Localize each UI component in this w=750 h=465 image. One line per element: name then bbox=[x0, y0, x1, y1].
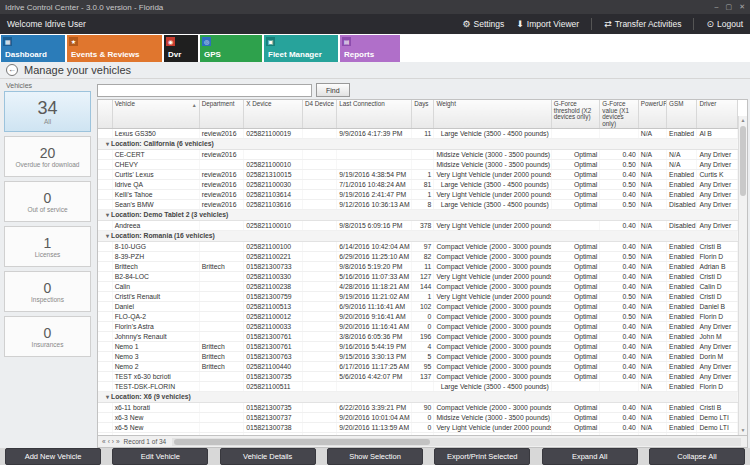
table-row[interactable]: B2-84-LOC0258211003305/16/2016 11:07:33 … bbox=[98, 272, 738, 282]
horizontal-scroll-thumb[interactable] bbox=[174, 439, 430, 445]
cell-department[interactable]: review2016 bbox=[199, 170, 244, 180]
table-row[interactable]: Sean's BMWreview20160258211036169/12/201… bbox=[98, 200, 738, 210]
cell-d4-device[interactable] bbox=[302, 242, 336, 252]
cell-vehicle[interactable]: Brittech bbox=[112, 262, 199, 272]
table-row[interactable]: TEST x6-30 bcrioti0158213007355/6/2016 4… bbox=[98, 372, 738, 382]
stat-card-all[interactable]: 34All bbox=[4, 91, 91, 132]
column-header-last-connection[interactable]: Last Connection bbox=[337, 100, 412, 129]
cell-last-connection[interactable] bbox=[337, 160, 412, 170]
cell-gsm[interactable]: Enabled bbox=[667, 372, 697, 382]
cell-last-connection[interactable]: 9/9/2016 4:17:39 PM bbox=[337, 129, 412, 139]
cell-d4-device[interactable] bbox=[302, 200, 336, 210]
cell-days[interactable]: 102 bbox=[412, 302, 434, 312]
back-button[interactable]: ← bbox=[6, 64, 18, 76]
cell-driver[interactable]: Any Driver bbox=[697, 200, 738, 210]
cell-weight[interactable]: Compact Vehicle (2000 - 3000 pounds) bbox=[434, 433, 551, 437]
edit-vehicle-button[interactable]: Edit Vehicle bbox=[112, 448, 208, 465]
cell-gsm[interactable]: N/A bbox=[667, 160, 697, 170]
row-status-cell[interactable] bbox=[98, 292, 112, 302]
cell-weight[interactable]: Midsize Vehicle (3000 - 3500 pounds) bbox=[434, 160, 551, 170]
cell-g-force-threshold-x2-devices-only[interactable]: Optimal bbox=[551, 160, 600, 170]
cell-x-device[interactable]: 015821300759 bbox=[244, 292, 303, 302]
cell-vehicle[interactable]: B2-84-LOC bbox=[112, 272, 199, 282]
cell-weight[interactable]: Large Vehicle (3500 - 4500 pounds) bbox=[434, 382, 551, 392]
cell-days[interactable]: 4 bbox=[412, 342, 434, 352]
cell-x-device[interactable]: 025821100030 bbox=[244, 180, 303, 190]
cell-g-force-value-x1-devices-only[interactable]: 0.40 bbox=[600, 352, 638, 362]
cell-d4-device[interactable] bbox=[302, 170, 336, 180]
cell-days[interactable]: 1 bbox=[412, 170, 434, 180]
cell-g-force-value-x1-devices-only[interactable]: 0.40 bbox=[600, 262, 638, 272]
cell-g-force-threshold-x2-devices-only[interactable]: Optimal bbox=[551, 372, 600, 382]
cell-department[interactable]: review2016 bbox=[199, 200, 244, 210]
cell-d4-device[interactable] bbox=[302, 221, 336, 231]
table-row[interactable]: Curtis' Lexusreview20160258213100159/19/… bbox=[98, 170, 738, 180]
cell-x-device[interactable]: 025821100019 bbox=[244, 129, 303, 139]
show-selection-button[interactable]: Show Selection bbox=[327, 448, 423, 465]
cell-d4-device[interactable] bbox=[302, 180, 336, 190]
column-header-g-force-threshold-x2-devices-only[interactable]: G-Force threshold (X2 devices only) bbox=[551, 100, 600, 129]
cell-gsm[interactable]: Enabled bbox=[667, 180, 697, 190]
table-row[interactable]: Johnny's Renault0158213007613/8/2016 6:0… bbox=[98, 332, 738, 342]
cell-department[interactable] bbox=[199, 433, 244, 437]
cell-department[interactable]: review2016 bbox=[199, 190, 244, 200]
cell-days[interactable] bbox=[412, 160, 434, 170]
cell-g-force-threshold-x2-devices-only[interactable]: Optimal bbox=[551, 272, 600, 282]
cell-driver[interactable]: Any Driver bbox=[697, 180, 738, 190]
cell-weight[interactable]: Compact Vehicle (2000 - 3000 pounds) bbox=[434, 372, 551, 382]
cell-x-device[interactable]: 025821100330 bbox=[244, 272, 303, 282]
cell-d4-device[interactable] bbox=[302, 292, 336, 302]
cell-weight[interactable]: Compact Vehicle (2000 - 3000 pounds) bbox=[434, 302, 551, 312]
cell-driver[interactable]: Florin D bbox=[697, 382, 738, 392]
cell-x-device[interactable]: 015821300735 bbox=[244, 403, 303, 413]
cell-gsm[interactable]: Enabled bbox=[667, 342, 697, 352]
cell-d4-device[interactable] bbox=[302, 433, 336, 437]
cell-vehicle[interactable]: FLO-QA-2 bbox=[112, 312, 199, 322]
cell-days[interactable]: 137 bbox=[412, 372, 434, 382]
cell-d4-device[interactable] bbox=[302, 403, 336, 413]
cell-vehicle[interactable]: x6-4 New bbox=[112, 433, 199, 437]
cell-powerup[interactable]: N/A bbox=[638, 352, 666, 362]
table-row[interactable]: Florin's Astra0258211000339/20/2016 11:1… bbox=[98, 322, 738, 332]
cell-x-device[interactable]: 025821100033 bbox=[244, 322, 303, 332]
cell-weight[interactable]: Large Vehicle (3500 - 4500 pounds) bbox=[434, 200, 551, 210]
cell-g-force-value-x1-devices-only[interactable]: 0.40 bbox=[600, 433, 638, 437]
table-row[interactable]: x6-3 New0158213007379/20/2016 10:01:04 A… bbox=[98, 413, 738, 423]
cell-department[interactable] bbox=[199, 292, 244, 302]
cell-driver[interactable]: Cristi D bbox=[697, 272, 738, 282]
cell-powerup[interactable]: N/A bbox=[638, 200, 666, 210]
table-row[interactable]: Idrive QAreview20160258211000307/1/2016 … bbox=[98, 180, 738, 190]
cell-vehicle[interactable]: Cristi's Renault bbox=[112, 292, 199, 302]
cell-powerup[interactable]: N/A bbox=[638, 242, 666, 252]
cell-powerup[interactable]: N/A bbox=[638, 180, 666, 190]
cell-gsm[interactable]: Disabled bbox=[667, 200, 697, 210]
cell-department[interactable]: review2016 bbox=[199, 150, 244, 160]
cell-g-force-value-x1-devices-only[interactable]: 0.40 bbox=[600, 413, 638, 423]
export-print-selected-button[interactable]: Export/Print Selected bbox=[434, 448, 530, 465]
cell-gsm[interactable]: Enabled bbox=[667, 352, 697, 362]
cell-last-connection[interactable]: 9/19/2016 4:38:54 PM bbox=[337, 170, 412, 180]
table-row[interactable]: CE-CERTreview2016Midsize Vehicle (3000 -… bbox=[98, 150, 738, 160]
cell-last-connection[interactable]: 3/8/2016 6:05:36 PM bbox=[337, 332, 412, 342]
cell-x-device[interactable]: 025821100238 bbox=[244, 282, 303, 292]
horizontal-scrollbar[interactable] bbox=[172, 438, 741, 446]
stat-card-insurances[interactable]: 0Insurances bbox=[4, 316, 91, 357]
cell-powerup[interactable]: N/A bbox=[638, 160, 666, 170]
cell-gsm[interactable]: N/A bbox=[667, 150, 697, 160]
cell-x-device[interactable]: 025821103616 bbox=[244, 200, 303, 210]
tab-dvr[interactable]: ◉Dvr bbox=[164, 35, 198, 62]
cell-g-force-value-x1-devices-only[interactable]: 0.40 bbox=[600, 362, 638, 372]
tab-events-reviews[interactable]: ★Events & Reviews bbox=[67, 35, 162, 62]
cell-d4-device[interactable] bbox=[302, 302, 336, 312]
cell-x-device[interactable]: 025821103614 bbox=[244, 190, 303, 200]
cell-department[interactable] bbox=[199, 403, 244, 413]
cell-driver[interactable]: Cristi D bbox=[697, 292, 738, 302]
cell-department[interactable]: Brittech bbox=[199, 262, 244, 272]
cell-d4-device[interactable] bbox=[302, 252, 336, 262]
cell-days[interactable]: 11 bbox=[412, 262, 434, 272]
row-status-cell[interactable] bbox=[98, 221, 112, 231]
cell-days[interactable]: 378 bbox=[412, 221, 434, 231]
cell-g-force-value-x1-devices-only[interactable]: 0.50 bbox=[600, 252, 638, 262]
cell-x-device[interactable]: 025821100511 bbox=[244, 382, 303, 392]
cell-g-force-threshold-x2-devices-only[interactable]: Optimal bbox=[551, 413, 600, 423]
